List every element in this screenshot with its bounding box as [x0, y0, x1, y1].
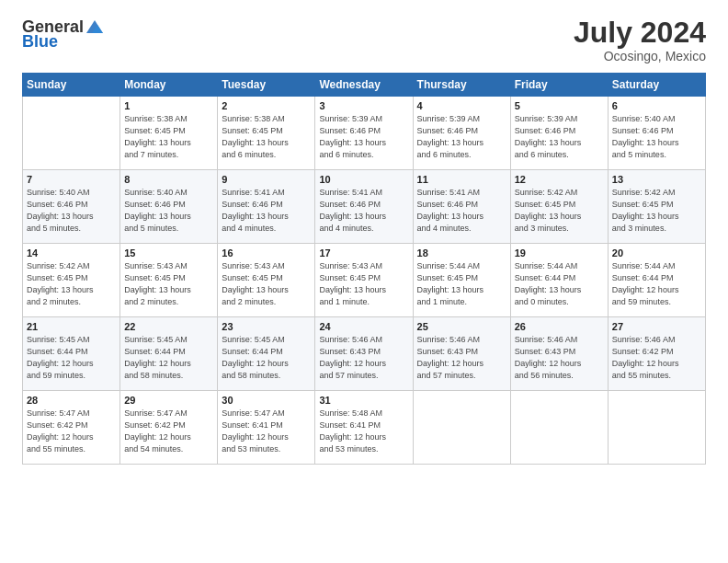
- calendar-cell: [608, 391, 705, 465]
- day-info: Sunrise: 5:43 AMSunset: 6:45 PMDaylight:…: [319, 260, 408, 308]
- day-number: 3: [319, 100, 408, 111]
- day-info: Sunrise: 5:38 AMSunset: 6:45 PMDaylight:…: [124, 113, 213, 161]
- calendar-cell: 27Sunrise: 5:46 AMSunset: 6:42 PMDayligh…: [608, 317, 705, 391]
- day-info: Sunrise: 5:39 AMSunset: 6:46 PMDaylight:…: [319, 113, 408, 161]
- calendar-cell: 12Sunrise: 5:42 AMSunset: 6:45 PMDayligh…: [510, 170, 608, 244]
- calendar-cell: 26Sunrise: 5:46 AMSunset: 6:43 PMDayligh…: [510, 317, 608, 391]
- day-number: 6: [612, 100, 701, 111]
- calendar-cell: 30Sunrise: 5:47 AMSunset: 6:41 PMDayligh…: [218, 391, 315, 465]
- day-header-friday: Friday: [510, 74, 608, 97]
- page: General Blue July 2024 Ocosingo, Mexico …: [0, 0, 728, 563]
- calendar-cell: 16Sunrise: 5:43 AMSunset: 6:45 PMDayligh…: [218, 244, 315, 317]
- day-info: Sunrise: 5:44 AMSunset: 6:44 PMDaylight:…: [515, 260, 604, 308]
- day-info: Sunrise: 5:41 AMSunset: 6:46 PMDaylight:…: [222, 187, 311, 235]
- day-number: 17: [319, 247, 408, 259]
- day-info: Sunrise: 5:46 AMSunset: 6:43 PMDaylight:…: [515, 334, 604, 382]
- header: General Blue July 2024 Ocosingo, Mexico: [22, 17, 706, 63]
- calendar-cell: [510, 391, 608, 465]
- day-number: 22: [124, 321, 213, 332]
- day-info: Sunrise: 5:43 AMSunset: 6:45 PMDaylight:…: [222, 260, 311, 308]
- day-number: 19: [515, 247, 604, 259]
- day-info: Sunrise: 5:45 AMSunset: 6:44 PMDaylight:…: [124, 334, 213, 382]
- day-info: Sunrise: 5:45 AMSunset: 6:44 PMDaylight:…: [27, 334, 116, 382]
- day-number: 7: [27, 174, 116, 185]
- calendar-cell: 9Sunrise: 5:41 AMSunset: 6:46 PMDaylight…: [218, 170, 315, 244]
- day-number: 21: [27, 321, 116, 332]
- day-info: Sunrise: 5:40 AMSunset: 6:46 PMDaylight:…: [612, 113, 701, 161]
- day-number: 12: [515, 174, 604, 185]
- day-number: 11: [417, 174, 506, 185]
- day-info: Sunrise: 5:41 AMSunset: 6:46 PMDaylight:…: [417, 187, 506, 235]
- calendar-cell: 20Sunrise: 5:44 AMSunset: 6:44 PMDayligh…: [608, 244, 705, 317]
- calendar-cell: 7Sunrise: 5:40 AMSunset: 6:46 PMDaylight…: [23, 170, 120, 244]
- day-header-thursday: Thursday: [413, 74, 510, 97]
- day-header-wednesday: Wednesday: [315, 74, 413, 97]
- calendar-cell: 28Sunrise: 5:47 AMSunset: 6:42 PMDayligh…: [23, 391, 120, 465]
- week-row-4: 21Sunrise: 5:45 AMSunset: 6:44 PMDayligh…: [23, 317, 706, 391]
- day-info: Sunrise: 5:44 AMSunset: 6:44 PMDaylight:…: [612, 260, 701, 308]
- location: Ocosingo, Mexico: [574, 49, 706, 63]
- day-header-saturday: Saturday: [608, 74, 705, 97]
- calendar-cell: 25Sunrise: 5:46 AMSunset: 6:43 PMDayligh…: [413, 317, 510, 391]
- day-number: 15: [124, 247, 213, 259]
- week-row-2: 7Sunrise: 5:40 AMSunset: 6:46 PMDaylight…: [23, 170, 706, 244]
- calendar-cell: 31Sunrise: 5:48 AMSunset: 6:41 PMDayligh…: [315, 391, 413, 465]
- day-number: 25: [417, 321, 506, 332]
- calendar-cell: 10Sunrise: 5:41 AMSunset: 6:46 PMDayligh…: [315, 170, 413, 244]
- calendar-cell: [23, 97, 120, 170]
- day-info: Sunrise: 5:46 AMSunset: 6:43 PMDaylight:…: [319, 334, 408, 382]
- day-number: 20: [612, 247, 701, 259]
- calendar-cell: 22Sunrise: 5:45 AMSunset: 6:44 PMDayligh…: [120, 317, 218, 391]
- calendar-cell: 1Sunrise: 5:38 AMSunset: 6:45 PMDaylight…: [120, 97, 218, 170]
- day-number: 26: [515, 321, 604, 332]
- day-number: 9: [222, 174, 311, 185]
- day-info: Sunrise: 5:43 AMSunset: 6:45 PMDaylight:…: [124, 260, 213, 308]
- calendar-cell: 24Sunrise: 5:46 AMSunset: 6:43 PMDayligh…: [315, 317, 413, 391]
- calendar-cell: 21Sunrise: 5:45 AMSunset: 6:44 PMDayligh…: [23, 317, 120, 391]
- day-info: Sunrise: 5:41 AMSunset: 6:46 PMDaylight:…: [319, 187, 408, 235]
- day-number: 29: [124, 395, 213, 406]
- calendar-cell: [413, 391, 510, 465]
- day-number: 23: [222, 321, 311, 332]
- calendar-cell: 17Sunrise: 5:43 AMSunset: 6:45 PMDayligh…: [315, 244, 413, 317]
- day-header-sunday: Sunday: [23, 74, 120, 97]
- logo-blue: Blue: [22, 33, 58, 50]
- day-info: Sunrise: 5:38 AMSunset: 6:45 PMDaylight:…: [222, 113, 311, 161]
- day-number: 10: [319, 174, 408, 185]
- calendar-cell: 5Sunrise: 5:39 AMSunset: 6:46 PMDaylight…: [510, 97, 608, 170]
- day-number: 13: [612, 174, 701, 185]
- week-row-1: 1Sunrise: 5:38 AMSunset: 6:45 PMDaylight…: [23, 97, 706, 170]
- header-row: SundayMondayTuesdayWednesdayThursdayFrid…: [23, 74, 706, 97]
- day-number: 14: [27, 247, 116, 259]
- calendar-cell: 6Sunrise: 5:40 AMSunset: 6:46 PMDaylight…: [608, 97, 705, 170]
- day-number: 5: [515, 100, 604, 111]
- calendar-cell: 13Sunrise: 5:42 AMSunset: 6:45 PMDayligh…: [608, 170, 705, 244]
- calendar-cell: 14Sunrise: 5:42 AMSunset: 6:45 PMDayligh…: [23, 244, 120, 317]
- day-number: 31: [319, 395, 408, 406]
- day-info: Sunrise: 5:47 AMSunset: 6:42 PMDaylight:…: [124, 408, 213, 455]
- day-info: Sunrise: 5:46 AMSunset: 6:42 PMDaylight:…: [612, 334, 701, 382]
- day-number: 1: [124, 100, 213, 111]
- calendar-cell: 11Sunrise: 5:41 AMSunset: 6:46 PMDayligh…: [413, 170, 510, 244]
- day-info: Sunrise: 5:39 AMSunset: 6:46 PMDaylight:…: [515, 113, 604, 161]
- day-info: Sunrise: 5:47 AMSunset: 6:41 PMDaylight:…: [222, 408, 311, 455]
- day-info: Sunrise: 5:48 AMSunset: 6:41 PMDaylight:…: [319, 408, 408, 455]
- calendar-cell: 29Sunrise: 5:47 AMSunset: 6:42 PMDayligh…: [120, 391, 218, 465]
- day-number: 28: [27, 395, 116, 406]
- day-header-monday: Monday: [120, 74, 218, 97]
- day-info: Sunrise: 5:42 AMSunset: 6:45 PMDaylight:…: [27, 260, 116, 308]
- calendar-cell: 15Sunrise: 5:43 AMSunset: 6:45 PMDayligh…: [120, 244, 218, 317]
- day-info: Sunrise: 5:47 AMSunset: 6:42 PMDaylight:…: [27, 408, 116, 455]
- day-number: 8: [124, 174, 213, 185]
- day-info: Sunrise: 5:46 AMSunset: 6:43 PMDaylight:…: [417, 334, 506, 382]
- day-number: 18: [417, 247, 506, 259]
- day-info: Sunrise: 5:39 AMSunset: 6:46 PMDaylight:…: [417, 113, 506, 161]
- day-info: Sunrise: 5:40 AMSunset: 6:46 PMDaylight:…: [27, 187, 116, 235]
- day-info: Sunrise: 5:44 AMSunset: 6:45 PMDaylight:…: [417, 260, 506, 308]
- calendar-cell: 3Sunrise: 5:39 AMSunset: 6:46 PMDaylight…: [315, 97, 413, 170]
- day-info: Sunrise: 5:45 AMSunset: 6:44 PMDaylight:…: [222, 334, 311, 382]
- day-info: Sunrise: 5:42 AMSunset: 6:45 PMDaylight:…: [515, 187, 604, 235]
- calendar-cell: 4Sunrise: 5:39 AMSunset: 6:46 PMDaylight…: [413, 97, 510, 170]
- day-number: 2: [222, 100, 311, 111]
- calendar-cell: 19Sunrise: 5:44 AMSunset: 6:44 PMDayligh…: [510, 244, 608, 317]
